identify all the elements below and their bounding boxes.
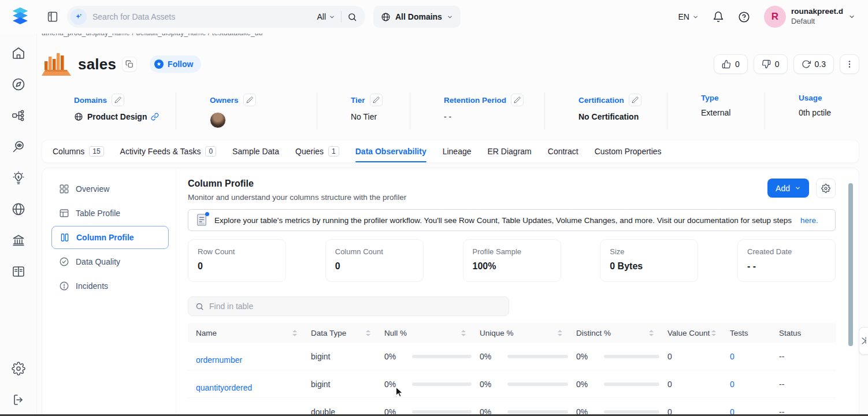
column-name-link[interactable] (188, 398, 303, 416)
docs-link[interactable]: here. (800, 216, 818, 225)
logout-icon[interactable] (12, 393, 25, 407)
follow-button[interactable]: Follow (150, 55, 201, 73)
find-in-table-input[interactable] (209, 302, 502, 311)
chevron-down-icon (848, 13, 855, 20)
unique-pct-bar (507, 355, 568, 358)
sidebar-item-data-quality[interactable]: Data Quality (51, 250, 169, 273)
notifications-bell-icon[interactable] (713, 11, 724, 23)
sidebar-item-label: Incidents (76, 281, 108, 291)
retention-label: Retention Period (444, 96, 506, 105)
sort-data-type[interactable] (366, 330, 370, 336)
right-panel-handle[interactable] (859, 327, 868, 355)
tab-sample-data[interactable]: Sample Data (232, 140, 279, 162)
search-icon (195, 302, 204, 311)
grid-icon (59, 184, 69, 194)
distinct-pct-bar (604, 355, 659, 358)
explore-compass-icon[interactable] (12, 77, 25, 91)
sidebar-item-overview[interactable]: Overview (51, 177, 169, 200)
tests-link[interactable]: 0 (722, 352, 771, 361)
table-icon (59, 208, 69, 218)
domain-value[interactable]: Product Design (87, 112, 147, 121)
sort-value-count[interactable] (711, 330, 716, 336)
edit-retention-icon[interactable] (511, 94, 524, 106)
page-title: sales (78, 55, 116, 73)
app-logo-icon[interactable] (10, 6, 30, 27)
glossary-book-icon[interactable] (12, 265, 25, 278)
search-icon[interactable] (347, 12, 357, 22)
breadcrumb[interactable]: athena_prod_display_name / default_displ… (42, 33, 284, 38)
check-circle-icon (59, 257, 69, 267)
vertical-scrollbar[interactable] (848, 183, 853, 346)
tab-er-diagram[interactable]: ER Diagram (488, 140, 532, 162)
sort-name[interactable] (292, 330, 297, 336)
sidebar-item-label: Table Profile (76, 209, 120, 218)
all-domains-dropdown[interactable]: All Domains (373, 6, 461, 28)
stat-row-count: Row Count 0 (188, 239, 286, 282)
copy-icon[interactable] (122, 57, 137, 72)
insights-bulb-icon[interactable] (12, 171, 25, 185)
meta-retention: Retention Period - - (410, 92, 545, 129)
sidebar-toggle-icon[interactable] (46, 10, 59, 23)
certification-value: No Certification (578, 112, 639, 121)
language-dropdown[interactable]: EN (678, 12, 699, 21)
sort-distinct-pct[interactable] (649, 330, 654, 336)
meta-usage: Usage 0th pctile (765, 92, 859, 129)
profiler-icon (195, 213, 208, 227)
observability-search-icon[interactable] (12, 140, 25, 154)
entity-header: sales Follow 0 0 0.3 (42, 51, 859, 77)
entity-tabs: Columns15 Activity Feeds & Tasks0 Sample… (42, 140, 859, 163)
help-icon[interactable] (738, 11, 750, 23)
sort-unique-pct[interactable] (558, 330, 562, 336)
more-options-button[interactable] (840, 54, 859, 74)
entity-metadata-bar: Domains Product Design Owners Tier No Ti… (42, 92, 859, 129)
chevron-down-icon (329, 14, 335, 20)
distinct-pct-value: 0% (576, 352, 588, 361)
column-name-link[interactable]: quantityordered (188, 370, 303, 398)
tab-activity-feeds[interactable]: Activity Feeds & Tasks0 (120, 140, 216, 162)
sidebar-item-incidents[interactable]: Incidents (51, 274, 169, 298)
distinct-pct-bar (604, 382, 659, 386)
tab-contract[interactable]: Contract (548, 140, 578, 162)
add-button[interactable]: Add (767, 179, 809, 198)
owner-avatar[interactable] (210, 112, 226, 128)
home-icon[interactable] (12, 46, 25, 60)
all-domains-label: All Domains (395, 12, 442, 21)
tab-badge: 1 (328, 146, 339, 157)
tests-link[interactable]: 0 (722, 380, 771, 389)
tab-lineage[interactable]: Lineage (443, 140, 472, 162)
search-scope-dropdown[interactable]: All (317, 12, 335, 21)
distinct-pct-bar (604, 410, 659, 414)
governance-bank-icon[interactable] (12, 233, 25, 247)
profiler-settings-button[interactable] (816, 179, 836, 198)
user-menu[interactable]: R rounakpreet.d Default (764, 6, 855, 28)
upvote-button[interactable]: 0 (714, 54, 748, 74)
sidebar-item-column-profile[interactable]: Column Profile (51, 226, 169, 249)
tab-columns[interactable]: Columns15 (53, 140, 104, 162)
edit-tier-icon[interactable] (370, 94, 383, 106)
lineage-flow-icon[interactable] (12, 109, 25, 122)
table-row: ordernumber bigint 0% 0% 0% 0 0 -- (188, 343, 836, 370)
usage-value: 0th pctile (799, 108, 831, 117)
version-button[interactable]: 0.3 (793, 54, 834, 74)
ai-sparkle-icon[interactable] (71, 9, 87, 25)
sort-null-pct[interactable] (461, 330, 466, 336)
tab-queries[interactable]: Queries1 (295, 140, 339, 162)
sidebar-item-table-profile[interactable]: Table Profile (51, 202, 169, 225)
tab-data-observability[interactable]: Data Observability (355, 140, 426, 162)
edit-domains-icon[interactable] (112, 94, 124, 106)
edit-certification-icon[interactable] (629, 94, 641, 106)
value-count-cell: 0 (659, 380, 722, 389)
search-input[interactable] (92, 12, 311, 21)
edit-owners-icon[interactable] (243, 94, 256, 106)
follow-star-icon (154, 60, 164, 69)
tab-custom-properties[interactable]: Custom Properties (595, 140, 662, 162)
type-label: Type (701, 94, 719, 102)
downvote-button[interactable]: 0 (754, 54, 788, 74)
banner-text: Explore your table's metrics by running … (214, 216, 792, 225)
user-name: rounakpreet.d (791, 7, 843, 17)
domains-globe-icon[interactable] (12, 202, 25, 216)
settings-icon[interactable] (12, 362, 25, 376)
unique-pct-value: 0% (480, 380, 491, 389)
data-type-cell: bigint (303, 352, 376, 361)
column-name-link[interactable]: ordernumber (188, 343, 303, 370)
